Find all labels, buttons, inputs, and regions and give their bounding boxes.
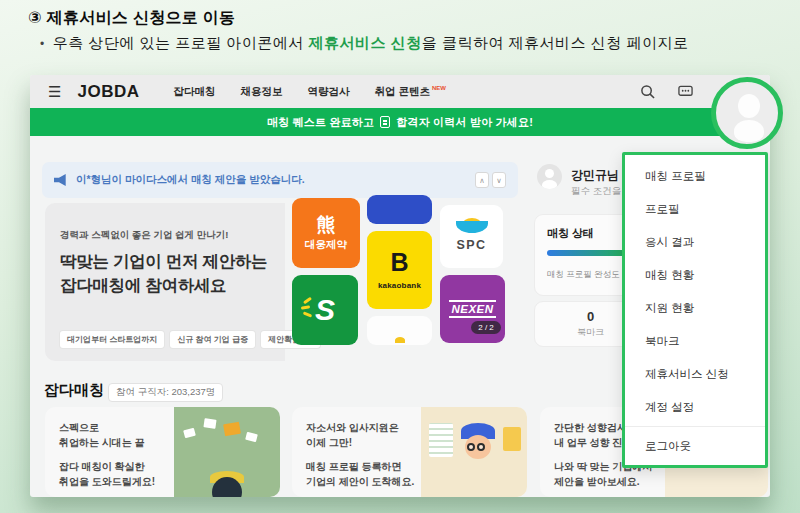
search-icon[interactable]	[640, 84, 655, 99]
bullet-marker: •	[40, 37, 45, 51]
nav-matching[interactable]: 잡다매칭	[173, 85, 215, 99]
card-text: 자소서와 입사지원은이제 그만! 매칭 프로필 등록하면기업의 제안이 도착해요…	[292, 407, 421, 497]
step-text-before: 우측 상단에 있는 프로필 아이콘에서	[53, 34, 309, 51]
menu-item-matching-profile[interactable]: 매칭 프로필	[625, 160, 765, 193]
jobda-logo[interactable]: JOBDA	[77, 82, 139, 102]
menu-item-account-settings[interactable]: 계정 설정	[625, 391, 765, 424]
partial-logo-mark	[395, 337, 405, 343]
promo-tag: 신규 참여 기업 급증	[170, 331, 255, 348]
logo-tile-green-s[interactable]: S	[292, 275, 358, 345]
step-title: ③ 제휴서비스 신청으로 이동	[28, 8, 235, 29]
nav-career-content[interactable]: 취업 콘텐츠NEW	[374, 85, 445, 99]
profile-dropdown-menu: 매칭 프로필 프로필 응시 결과 매칭 현황 지원 현황 북마크 제휴서비스 신…	[622, 152, 768, 468]
avatar-body	[734, 120, 764, 142]
new-badge: NEW	[432, 85, 446, 91]
spc-swoosh-logo	[456, 221, 488, 235]
notice-text: 이*형님이 마이다스에서 매칭 제안을 받았습니다.	[76, 173, 305, 187]
promo-tag: 대기업부터 스타트업까지	[60, 331, 164, 348]
menu-item-application-status[interactable]: 지원 현황	[625, 292, 765, 325]
nexen-logo: NEXEN	[449, 300, 495, 318]
step-text-highlight: 제휴서비스 신청	[309, 34, 422, 51]
step-text-after: 을 클릭하여 제휴서비스 신청 페이지로	[422, 34, 689, 51]
profile-avatar-small[interactable]	[537, 164, 562, 189]
promo-subtitle: 경력과 스펙없이 좋은 기업 쉽게 만나기!	[60, 229, 285, 242]
main-nav: 잡다매칭 채용정보 역량검사 취업 콘텐츠NEW	[173, 85, 445, 99]
match-notice-bar: 이*형님이 마이다스에서 매칭 제안을 받았습니다. ∧ ∨	[42, 162, 518, 198]
resume-doc-icon	[380, 116, 390, 128]
menu-item-bookmark[interactable]: 북마크	[625, 325, 765, 358]
matching-card-spec[interactable]: 스펙으로취업하는 시대는 끝 잡다 매칭이 확실한취업을 도와드릴게요!	[45, 407, 280, 497]
promo-title: 딱맞는 기업이 먼저 제안하는잡다매칭에 참여하세요	[60, 250, 285, 298]
bookmark-count: 0	[587, 309, 594, 324]
nav-competency-test[interactable]: 역량검사	[307, 85, 349, 99]
chat-icon[interactable]	[678, 84, 693, 99]
hamburger-menu-icon[interactable]: ☰	[48, 83, 61, 101]
avatar-head	[738, 94, 760, 118]
matching-section-title: 잡다매칭	[44, 381, 104, 400]
logo-tile-daewoong[interactable]: 熊 대웅제약	[292, 198, 360, 268]
menu-item-profile[interactable]: 프로필	[625, 193, 765, 226]
avatar-head	[545, 169, 554, 178]
avatar-body	[542, 180, 557, 189]
quest-text-before: 매칭 퀘스트 완료하고	[267, 115, 374, 130]
match-status-title: 매칭 상태	[547, 226, 634, 241]
notice-pager: ∧ ∨	[475, 172, 506, 188]
card-illustration-envelopes	[174, 407, 280, 497]
completeness-label: 매칭 프로필 완성도	[547, 269, 620, 281]
nav-jobs[interactable]: 채용정보	[240, 85, 282, 99]
participants-chip: 참여 구직자: 203,237명	[108, 383, 223, 402]
logo-tile-spc[interactable]: SPC	[440, 205, 503, 268]
megaphone-icon	[54, 174, 67, 186]
quest-banner[interactable]: 매칭 퀘스트 완료하고 합격자 이력서 받아 가세요!	[30, 108, 770, 136]
bookmark-label: 북마크	[577, 326, 604, 339]
site-header: ☰ JOBDA 잡다매칭 채용정보 역량검사 취업 콘텐츠NEW	[30, 75, 770, 108]
logo-tile-partial[interactable]	[367, 316, 432, 345]
user-name: 강민규님	[571, 167, 619, 184]
menu-item-partner-service[interactable]: 제휴서비스 신청	[625, 358, 765, 391]
chevron-up-icon[interactable]: ∧	[475, 172, 489, 188]
menu-item-logout[interactable]: 로그아웃	[625, 427, 765, 465]
quest-text-after: 합격자 이력서 받아 가세요!	[396, 115, 533, 130]
logo-tile-blue[interactable]	[367, 195, 432, 224]
logo-tile-kakaobank[interactable]: B kakaobank	[367, 231, 432, 309]
profile-progress-bar	[547, 250, 634, 256]
card-illustration-boy	[421, 407, 527, 497]
jobda-site-screenshot: ☰ JOBDA 잡다매칭 채용정보 역량검사 취업 콘텐츠NEW 매칭 퀘스트 …	[30, 75, 770, 497]
green-s-logo: S	[315, 295, 335, 325]
kakaobank-b-logo: B	[390, 250, 408, 275]
menu-item-test-results[interactable]: 응시 결과	[625, 226, 765, 259]
profile-avatar-highlighted[interactable]	[711, 77, 783, 149]
matching-card-resume[interactable]: 자소서와 입사지원은이제 그만! 매칭 프로필 등록하면기업의 제안이 도착해요…	[292, 407, 527, 497]
carousel-page-indicator: 2 / 2	[471, 321, 501, 334]
chevron-down-icon[interactable]: ∨	[492, 172, 506, 188]
step-description: •우측 상단에 있는 프로필 아이콘에서 제휴서비스 신청을 클릭하여 제휴서비…	[40, 34, 688, 53]
daewoong-bear-logo: 熊	[317, 215, 336, 234]
matching-promo-banner[interactable]: 경력과 스펙없이 좋은 기업 쉽게 만나기! 딱맞는 기업이 먼저 제안하는잡다…	[45, 203, 285, 361]
menu-item-matching-status[interactable]: 매칭 현황	[625, 259, 765, 292]
card-text: 스펙으로취업하는 시대는 끝 잡다 매칭이 확실한취업을 도와드릴게요!	[45, 407, 174, 497]
